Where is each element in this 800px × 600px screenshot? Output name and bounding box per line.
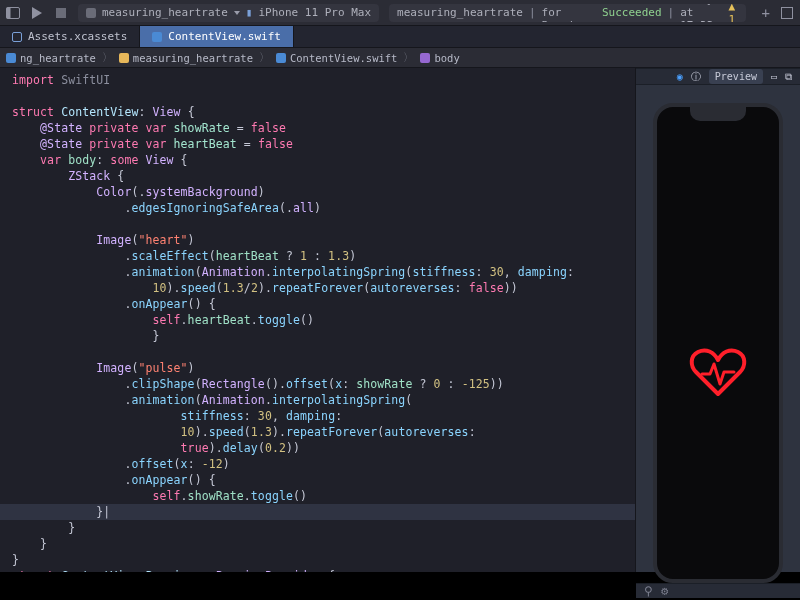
status-project: measuring_heartrate <box>397 6 523 19</box>
live-preview-icon[interactable]: ◉ <box>677 71 683 82</box>
svg-marker-2 <box>32 7 42 19</box>
scheme-selector[interactable]: measuring_heartrate ▮ iPhone 11 Pro Max <box>78 4 379 22</box>
svg-rect-4 <box>782 7 793 18</box>
folder-icon <box>6 53 16 63</box>
iphone-frame <box>653 103 783 583</box>
folder-icon <box>119 53 129 63</box>
source-editor[interactable]: import SwiftUI struct ContentView: View … <box>0 68 635 572</box>
panel-left-icon[interactable] <box>6 6 20 20</box>
chevron-right-icon: 〉 <box>401 51 416 65</box>
canvas-bottom-bar: ⚲ ⚙ <box>636 583 800 598</box>
svg-rect-3 <box>56 8 66 18</box>
target-icon <box>86 8 96 18</box>
jump-seg-0[interactable]: ng_heartrate <box>20 52 96 64</box>
chevron-down-icon <box>234 11 240 15</box>
main-split: import SwiftUI struct ContentView: View … <box>0 68 800 572</box>
device-select-icon[interactable]: ▭ <box>771 71 777 82</box>
stop-icon[interactable] <box>54 6 68 20</box>
run-icon[interactable] <box>30 6 44 20</box>
device-icon: ▮ <box>246 6 253 19</box>
tab-label: Assets.xcassets <box>28 30 127 43</box>
scheme-device: iPhone 11 Pro Max <box>258 6 371 19</box>
pin-icon[interactable]: ⚲ <box>644 584 653 598</box>
jump-seg-2[interactable]: ContentView.swift <box>290 52 397 64</box>
warning-icon[interactable]: ▲ 1 <box>728 4 737 22</box>
library-icon[interactable] <box>780 6 794 20</box>
preview-canvas: ◉ ⓘ Preview ▭ ⧉ ⚲ ⚙ <box>635 68 800 572</box>
cursor-line: }| <box>0 504 635 520</box>
activity-viewer[interactable]: measuring_heartrate | Build for Previews… <box>389 4 746 22</box>
tab-assets[interactable]: Assets.xcassets <box>0 26 140 47</box>
svg-rect-1 <box>7 7 11 18</box>
chevron-right-icon: 〉 <box>100 51 115 65</box>
jump-seg-1[interactable]: measuring_heartrate <box>133 52 253 64</box>
tab-bar: Assets.xcassets ContentView.swift <box>0 26 800 48</box>
status-time: Today at 17.33 <box>680 4 722 22</box>
preview-label[interactable]: Preview <box>709 69 763 84</box>
property-icon <box>420 53 430 63</box>
info-icon[interactable]: ⓘ <box>691 70 701 84</box>
settings-icon[interactable]: ⚙ <box>661 584 668 598</box>
tab-contentview[interactable]: ContentView.swift <box>140 26 294 47</box>
heart-image <box>688 342 748 402</box>
notch <box>690 107 746 121</box>
status-result: Succeeded <box>602 6 662 19</box>
swift-file-icon <box>276 53 286 63</box>
toolbar: measuring_heartrate ▮ iPhone 11 Pro Max … <box>0 0 800 26</box>
duplicate-preview-icon[interactable]: ⧉ <box>785 71 792 83</box>
tab-label: ContentView.swift <box>168 30 281 43</box>
jump-seg-3[interactable]: body <box>434 52 459 64</box>
status-action: Build for Previews <box>542 4 596 22</box>
preview-toolbar: ◉ ⓘ Preview ▭ ⧉ <box>636 68 800 85</box>
device-frame-area[interactable] <box>636 85 800 583</box>
jump-bar[interactable]: ng_heartrate 〉 measuring_heartrate 〉 Con… <box>0 48 800 68</box>
add-icon[interactable]: + <box>762 5 770 21</box>
swift-file-icon <box>152 32 162 42</box>
chevron-right-icon: 〉 <box>257 51 272 65</box>
assets-icon <box>12 32 22 42</box>
scheme-project: measuring_heartrate <box>102 6 228 19</box>
